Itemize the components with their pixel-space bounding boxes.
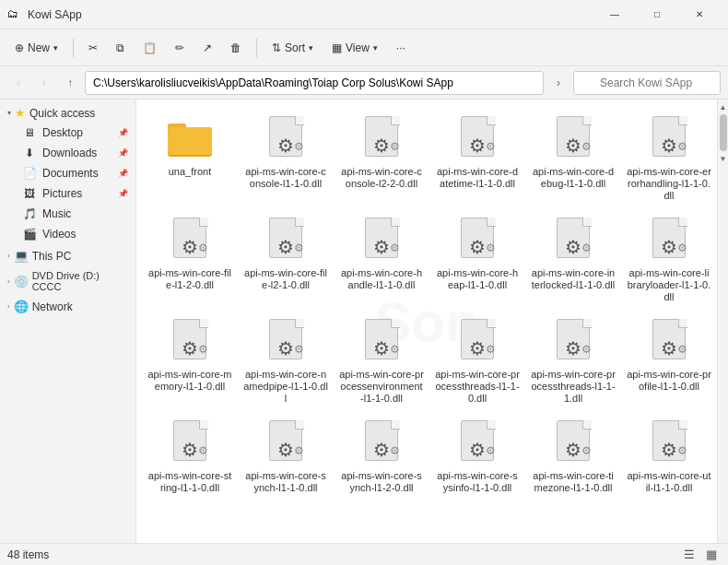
small-gear-icon: ⚙ — [486, 343, 496, 356]
file-item[interactable]: ⚙ ⚙ api-ms-win-core-util-l1-1-0.dll — [623, 411, 715, 500]
forward-button[interactable]: › — [33, 72, 55, 94]
new-button[interactable]: ⊕ New ▾ — [7, 38, 65, 58]
gear-icon: ⚙ — [565, 135, 581, 157]
file-item[interactable]: ⚙ ⚙ api-ms-win-core-handle-l1-1-0.dll — [335, 208, 428, 306]
window-title: Kowi SApp — [28, 8, 593, 21]
file-label: api-ms-win-core-sysinfo-l1-1-0.dll — [435, 470, 520, 494]
file-item[interactable]: ⚙ ⚙ api-ms-win-core-timezone-l1-1-0.dll — [527, 411, 619, 500]
quick-access-chevron-icon: ▾ — [7, 109, 11, 117]
up-button[interactable]: ↑ — [59, 72, 81, 94]
file-item[interactable]: ⚙ ⚙ api-ms-win-core-synch-l1-1-0.dll — [240, 411, 332, 500]
desktop-icon: 🖥 — [22, 125, 37, 140]
gear-icon: ⚙ — [182, 236, 198, 258]
grid-view-button[interactable]: ▦ — [702, 546, 721, 564]
file-item[interactable]: ⚙ ⚙ api-ms-win-core-libraryloader-l1-1-0… — [623, 208, 715, 306]
file-item[interactable]: ⚙ ⚙ api-ms-win-core-debug-l1-1-0.dll — [527, 107, 619, 205]
file-item[interactable]: ⚙ ⚙ api-ms-win-core-processthreads-l1-1-… — [527, 310, 619, 407]
file-item[interactable]: ⚙ ⚙ api-ms-win-core-profile-l1-1-0.dll — [623, 310, 715, 407]
file-item[interactable]: ⚙ ⚙ api-ms-win-core-file-l1-2-0.dll — [144, 208, 236, 306]
main-area: ▾ ★ Quick access 🖥 Desktop 📌 ⬇ Downloads… — [0, 100, 728, 543]
file-item[interactable]: ⚙ ⚙ api-ms-win-core-processenvironment-l… — [335, 310, 428, 407]
small-gear-icon: ⚙ — [294, 444, 304, 457]
delete-button[interactable]: 🗑 — [223, 38, 249, 58]
view-button[interactable]: ▦ View ▾ — [324, 38, 385, 58]
sidebar-item-desktop[interactable]: 🖥 Desktop 📌 — [0, 123, 135, 143]
gear-icon: ⚙ — [373, 439, 390, 461]
dvd-icon: 💿 — [14, 275, 29, 288]
search-input[interactable] — [573, 71, 721, 95]
file-item[interactable]: ⚙ ⚙ api-ms-win-core-errorhandling-l1-1-0… — [623, 107, 715, 205]
small-gear-icon: ⚙ — [390, 343, 400, 356]
network-header[interactable]: › 🌐 Network — [0, 297, 135, 316]
dll-icon: ⚙ ⚙ — [168, 315, 212, 367]
small-gear-icon: ⚙ — [677, 444, 687, 457]
dll-icon: ⚙ ⚙ — [359, 214, 404, 265]
dll-icon: ⚙ ⚙ — [551, 315, 595, 367]
quick-access-header[interactable]: ▾ ★ Quick access — [0, 103, 135, 123]
file-item[interactable]: ⚙ ⚙ api-ms-win-core-console-l2-2-0.dll — [335, 107, 428, 205]
maximize-button[interactable]: □ — [636, 0, 678, 29]
file-item[interactable]: ⚙ ⚙ api-ms-win-core-heap-l1-1-0.dll — [431, 208, 523, 306]
gear-icon: ⚙ — [565, 439, 581, 461]
small-gear-icon: ⚙ — [677, 241, 687, 254]
file-item[interactable]: ⚙ ⚙ api-ms-win-core-synch-l1-2-0.dll — [335, 411, 428, 500]
small-gear-icon: ⚙ — [581, 343, 592, 356]
small-gear-icon: ⚙ — [198, 343, 208, 356]
dll-icon: ⚙ ⚙ — [264, 417, 308, 468]
dll-icon: ⚙ ⚙ — [647, 315, 691, 367]
pin-icon-documents: 📌 — [118, 169, 128, 178]
dll-icon: ⚙ ⚙ — [359, 315, 404, 367]
file-item[interactable]: ⚙ ⚙ api-ms-win-core-interlocked-l1-1-0.d… — [527, 208, 619, 306]
this-pc-header[interactable]: › 💻 This PC — [0, 246, 135, 265]
small-gear-icon: ⚙ — [581, 444, 592, 457]
sidebar-item-music[interactable]: 🎵 Music — [0, 204, 135, 224]
dll-icon: ⚙ ⚙ — [359, 112, 404, 164]
file-item[interactable]: ⚙ ⚙ api-ms-win-core-datetime-l1-1-0.dll — [431, 107, 523, 205]
more-button[interactable]: ··· — [389, 38, 413, 58]
file-item[interactable]: ⚙ ⚙ api-ms-win-core-sysinfo-l1-1-0.dll — [431, 411, 523, 500]
scroll-up-button[interactable]: ▲ — [718, 101, 729, 112]
dll-icon: ⚙ ⚙ — [359, 417, 404, 468]
gear-icon: ⚙ — [373, 236, 390, 258]
file-item[interactable]: ⚙ ⚙ api-ms-win-core-file-l2-1-0.dll — [240, 208, 332, 306]
address-go-button[interactable]: › — [547, 72, 569, 94]
cut-button[interactable]: ✂ — [81, 38, 105, 58]
address-input[interactable] — [85, 71, 544, 95]
right-scrollbar[interactable]: ▲ ▼ — [717, 100, 728, 543]
gear-icon: ⚙ — [661, 337, 677, 359]
delete-icon: 🗑 — [230, 41, 241, 54]
scroll-thumb[interactable] — [720, 114, 727, 151]
paste-button[interactable]: 📋 — [135, 38, 164, 58]
file-item[interactable]: ⚙ ⚙ api-ms-win-core-memory-l1-1-0.dll — [144, 310, 236, 407]
file-label: una_front — [169, 166, 211, 178]
file-item[interactable]: ⚙ ⚙ api-ms-win-core-processthreads-l1-1-… — [431, 310, 523, 407]
gear-icon: ⚙ — [661, 135, 677, 157]
content-area[interactable]: Son una_front ⚙ ⚙ api-ms-win-core- — [136, 100, 717, 543]
file-label: api-ms-win-core-console-l2-2-0.dll — [339, 166, 424, 190]
file-item[interactable]: una_front — [144, 107, 236, 205]
back-button[interactable]: ‹ — [7, 72, 29, 94]
minimize-button[interactable]: — — [593, 0, 636, 29]
pin-icon-pictures: 📌 — [118, 189, 128, 198]
toolbar-separator-1 — [73, 39, 74, 57]
sidebar-item-downloads[interactable]: ⬇ Downloads 📌 — [0, 143, 135, 163]
toolbar-separator-2 — [256, 39, 257, 57]
sidebar-item-videos[interactable]: 🎬 Videos — [0, 224, 135, 244]
close-button[interactable]: ✕ — [678, 0, 721, 29]
rename-button[interactable]: ✏ — [168, 38, 192, 58]
scroll-down-button[interactable]: ▼ — [718, 153, 729, 164]
documents-icon: 📄 — [22, 166, 37, 181]
share-button[interactable]: ↗ — [195, 38, 219, 58]
sidebar-item-documents[interactable]: 📄 Documents 📌 — [0, 163, 135, 183]
file-item[interactable]: ⚙ ⚙ api-ms-win-core-namedpipe-l1-1-0.dll — [240, 310, 332, 407]
copy-icon: ⧉ — [116, 41, 124, 54]
sidebar-item-pictures[interactable]: 🖼 Pictures 📌 — [0, 183, 135, 204]
list-view-button[interactable]: ☰ — [680, 546, 699, 564]
file-item[interactable]: ⚙ ⚙ api-ms-win-core-console-l1-1-0.dll — [240, 107, 332, 205]
dvd-header[interactable]: › 💿 DVD Drive (D:) CCCC — [0, 267, 135, 295]
small-gear-icon: ⚙ — [294, 241, 304, 254]
file-label: api-ms-win-core-memory-l1-1-0.dll — [147, 369, 232, 393]
file-item[interactable]: ⚙ ⚙ api-ms-win-core-string-l1-1-0.dll — [144, 411, 236, 500]
copy-button[interactable]: ⧉ — [109, 38, 132, 58]
sort-button[interactable]: ⇅ Sort ▾ — [264, 38, 321, 58]
